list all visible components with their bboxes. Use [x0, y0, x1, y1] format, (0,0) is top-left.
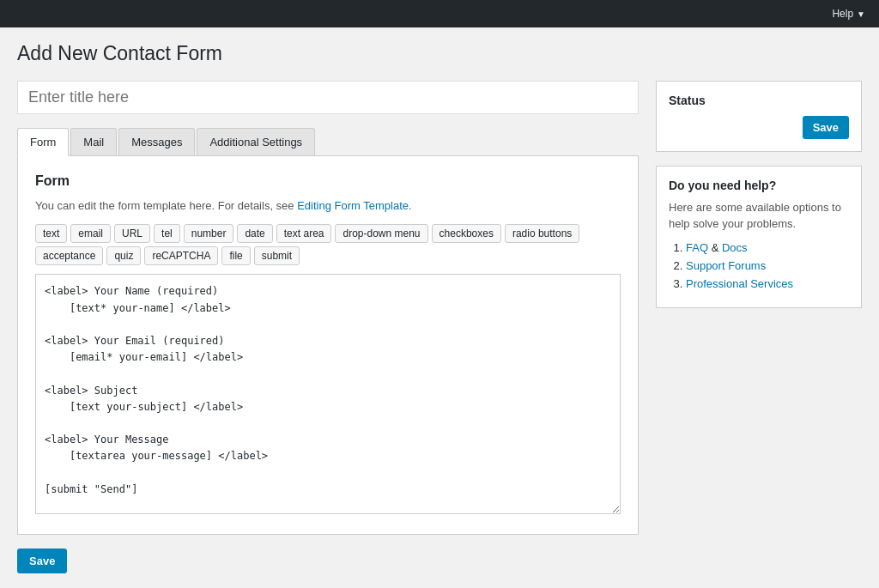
form-desc-suffix: .: [409, 199, 412, 212]
page-content: Add New Contact Form Form Mail Messages …: [0, 27, 879, 587]
status-clearfix: Save: [669, 116, 849, 139]
form-panel: Form You can edit the form template here…: [17, 156, 639, 536]
tag-radio-buttons[interactable]: radio buttons: [505, 224, 579, 243]
tag-dropdown-menu[interactable]: drop-down menu: [335, 224, 427, 243]
help-list-item-2: Support Forums: [686, 259, 849, 272]
help-links-list: FAQ & Docs Support Forums Professional S…: [669, 241, 849, 290]
help-list-item-3: Professional Services: [686, 277, 849, 290]
help-box: Do you need help? Here are some availabl…: [656, 166, 862, 308]
form-desc-text: You can edit the form template here. For…: [35, 199, 297, 212]
main-column: Form Mail Messages Additional Settings F…: [17, 81, 639, 574]
sidebar-column: Status Save Do you need help? Here are s…: [656, 81, 862, 308]
editing-form-template-link[interactable]: Editing Form Template: [297, 199, 409, 212]
help-button[interactable]: Help ▼: [832, 8, 865, 20]
faq-link[interactable]: FAQ: [686, 241, 708, 254]
tag-file[interactable]: file: [221, 246, 250, 265]
status-box-title: Status: [669, 94, 849, 107]
tab-mail[interactable]: Mail: [70, 128, 117, 155]
help-list-item-1: FAQ & Docs: [686, 241, 849, 254]
tag-url[interactable]: URL: [114, 224, 150, 243]
professional-services-link[interactable]: Professional Services: [686, 277, 793, 290]
tag-buttons-row: text email URL tel number date text area…: [35, 224, 621, 265]
layout: Form Mail Messages Additional Settings F…: [17, 81, 862, 574]
docs-link[interactable]: Docs: [722, 241, 748, 254]
tag-quiz[interactable]: quiz: [106, 246, 141, 265]
tag-text[interactable]: text: [35, 224, 67, 243]
tag-recaptcha[interactable]: reCAPTCHA: [144, 246, 218, 265]
tag-date[interactable]: date: [237, 224, 272, 243]
help-box-description: Here are some available options to help …: [669, 199, 849, 233]
support-forums-link[interactable]: Support Forums: [686, 259, 766, 272]
help-label: Help: [832, 8, 853, 20]
tag-tel[interactable]: tel: [154, 224, 180, 243]
tag-checkboxes[interactable]: checkboxes: [432, 224, 501, 243]
tabs-bar: Form Mail Messages Additional Settings: [17, 128, 639, 156]
form-description: You can edit the form template here. For…: [35, 197, 621, 215]
tab-form[interactable]: Form: [17, 128, 69, 156]
tag-acceptance[interactable]: acceptance: [35, 246, 103, 265]
save-button-bottom[interactable]: Save: [17, 549, 67, 573]
help-arrow: ▼: [857, 9, 865, 19]
tab-additional-settings[interactable]: Additional Settings: [197, 128, 315, 155]
tag-email[interactable]: email: [70, 224, 111, 243]
amp-separator: &: [712, 241, 722, 254]
tab-messages[interactable]: Messages: [118, 128, 195, 155]
form-title-input[interactable]: [17, 81, 639, 114]
tag-number[interactable]: number: [184, 224, 234, 243]
status-box: Status Save: [656, 81, 862, 152]
form-panel-title: Form: [35, 173, 621, 189]
tag-submit[interactable]: submit: [254, 246, 300, 265]
top-bar: Help ▼: [0, 0, 879, 27]
save-button-sidebar[interactable]: Save: [803, 116, 849, 139]
tag-text-area[interactable]: text area: [276, 224, 332, 243]
help-box-title: Do you need help?: [669, 179, 849, 192]
page-title: Add New Contact Form: [17, 41, 862, 67]
form-code-textarea[interactable]: [35, 274, 621, 514]
